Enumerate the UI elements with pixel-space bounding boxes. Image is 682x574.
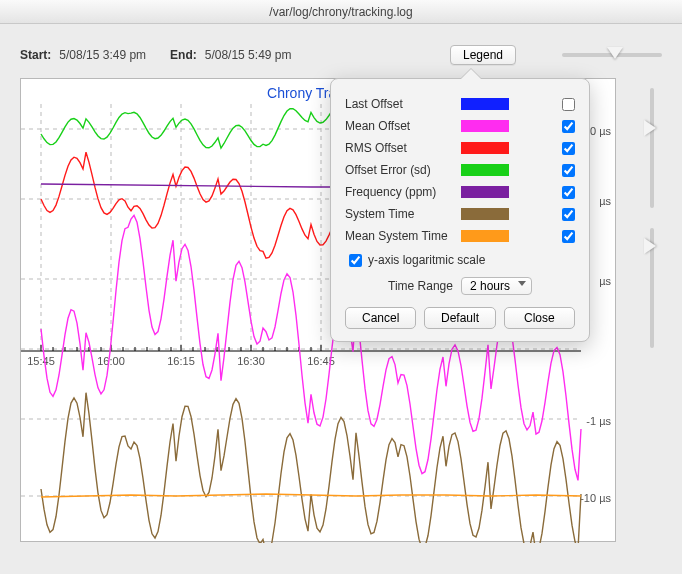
start-value: 5/08/15 3:49 pm: [59, 48, 146, 62]
svg-text:16:00: 16:00: [97, 355, 125, 367]
end-label: End:: [170, 48, 197, 62]
series-visibility-checkbox[interactable]: [562, 142, 575, 155]
color-swatch: [461, 230, 509, 242]
end-value: 5/08/15 5:49 pm: [205, 48, 292, 62]
vertical-slider-lower[interactable]: [650, 228, 654, 348]
time-range-select[interactable]: 2 hours: [461, 277, 532, 295]
svg-text:16:15: 16:15: [167, 355, 195, 367]
legend-item: Last Offset: [345, 93, 575, 115]
color-swatch: [461, 186, 509, 198]
legend-item-label: Mean System Time: [345, 229, 453, 243]
time-range-label: Time Range: [388, 279, 453, 293]
svg-text:16:30: 16:30: [237, 355, 265, 367]
series-visibility-checkbox[interactable]: [562, 164, 575, 177]
svg-text:15:45: 15:45: [27, 355, 55, 367]
legend-item: Mean Offset: [345, 115, 575, 137]
log-scale-label: y-axis logaritmic scale: [368, 253, 485, 267]
toolbar: Start: 5/08/15 3:49 pm End: 5/08/15 5:49…: [0, 40, 682, 70]
start-label: Start:: [20, 48, 51, 62]
series-visibility-checkbox[interactable]: [562, 120, 575, 133]
color-swatch: [461, 120, 509, 132]
vertical-sliders: [632, 78, 672, 542]
cancel-button[interactable]: Cancel: [345, 307, 416, 329]
legend-item: RMS Offset: [345, 137, 575, 159]
legend-popover: Last OffsetMean OffsetRMS OffsetOffset E…: [330, 78, 590, 342]
legend-item: Mean System Time: [345, 225, 575, 247]
color-swatch: [461, 164, 509, 176]
color-swatch: [461, 208, 509, 220]
legend-button[interactable]: Legend: [450, 45, 516, 65]
series-visibility-checkbox[interactable]: [562, 186, 575, 199]
series-visibility-checkbox[interactable]: [562, 208, 575, 221]
legend-item-label: Last Offset: [345, 97, 453, 111]
legend-item-label: Offset Error (sd): [345, 163, 453, 177]
legend-item-label: Mean Offset: [345, 119, 453, 133]
slider-thumb-icon[interactable]: [607, 47, 623, 59]
legend-item: Offset Error (sd): [345, 159, 575, 181]
color-swatch: [461, 142, 509, 154]
legend-item: System Time: [345, 203, 575, 225]
window-title: /var/log/chrony/tracking.log: [0, 0, 682, 24]
vertical-slider-upper[interactable]: [650, 88, 654, 208]
close-button[interactable]: Close: [504, 307, 575, 329]
slider-thumb-icon[interactable]: [644, 120, 656, 136]
default-button[interactable]: Default: [424, 307, 495, 329]
color-swatch: [461, 98, 509, 110]
legend-item-label: System Time: [345, 207, 453, 221]
series-line: [41, 393, 581, 543]
slider-thumb-icon[interactable]: [644, 238, 656, 254]
legend-item-label: Frequency (ppm): [345, 185, 453, 199]
zoom-slider-horizontal[interactable]: [562, 53, 662, 57]
legend-item: Frequency (ppm): [345, 181, 575, 203]
log-scale-checkbox[interactable]: [349, 254, 362, 267]
legend-item-label: RMS Offset: [345, 141, 453, 155]
series-visibility-checkbox[interactable]: [562, 98, 575, 111]
series-visibility-checkbox[interactable]: [562, 230, 575, 243]
